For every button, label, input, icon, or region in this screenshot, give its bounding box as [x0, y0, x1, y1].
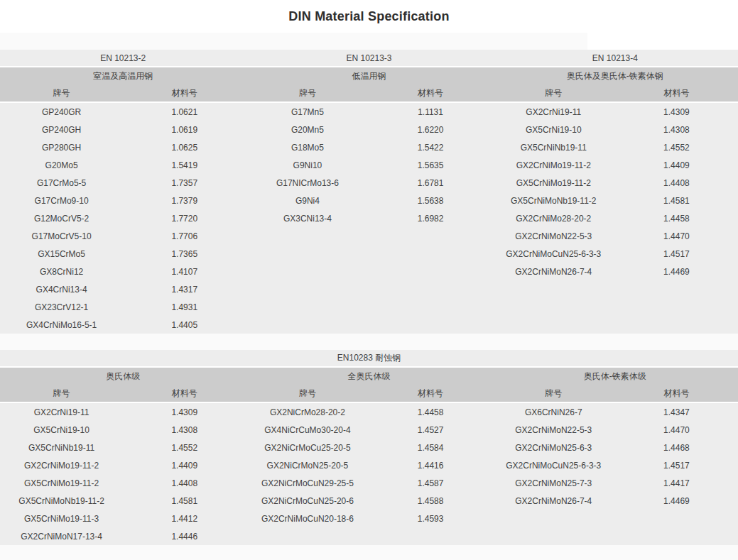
material-number-cell: 1.4458 — [369, 403, 492, 421]
grade-cell: GX2CrNiMoN22-5-3 — [492, 421, 615, 439]
table-row: GX5CrNiNb19-111.4552 — [492, 138, 738, 156]
grade-column-header: 牌号 — [492, 385, 615, 402]
grade-cell: GX2CrNiMoN26-7-4 — [492, 492, 615, 510]
material-number-column-header: 材料号 — [123, 385, 246, 402]
material-number-cell: 1.4517 — [615, 245, 738, 263]
category-header: 奥氏体级 — [0, 368, 246, 385]
material-number-column-header: 材料号 — [615, 85, 738, 101]
material-number-cell: 1.4931 — [123, 298, 246, 316]
table-row: GX2NiCrMoN25-20-51.4416 — [246, 456, 492, 474]
material-number-cell: 1.4581 — [123, 492, 246, 510]
title-bar: DIN Material Specification — [0, 0, 738, 33]
material-number-cell: 1.0619 — [123, 121, 246, 138]
material-number-cell: 1.6781 — [369, 174, 492, 192]
group-rows-austenitic-ferritic: GX6CrNiN26-71.4347GX2CrNiMoN22-5-31.4470… — [492, 403, 738, 545]
standards-header-row: EN 10213-2 EN 10213-3 EN 10213-4 — [0, 50, 738, 67]
page-title: DIN Material Specification — [288, 9, 449, 24]
material-number-cell: 1.7365 — [123, 245, 246, 263]
material-number-cell: 1.1131 — [369, 103, 492, 121]
material-number-cell: 1.4593 — [369, 510, 492, 527]
grade-cell: GX2CrNiMo28-20-2 — [492, 209, 615, 227]
material-number-column-header: 材料号 — [369, 385, 492, 402]
table-row: GX5CrNi19-101.4308 — [492, 121, 738, 138]
material-number-cell: 1.4308 — [615, 121, 738, 138]
material-number-cell: 1.4552 — [123, 439, 246, 456]
grade-cell: GX2NiCrMo28-20-2 — [246, 403, 369, 421]
grade-cell: GX2CrNi19-11 — [0, 403, 123, 421]
table-row: GX2CrNiMoN26-7-41.4469 — [492, 492, 738, 510]
table-row: GX4CrNiMo16-5-11.4405 — [0, 316, 246, 334]
table-row: GX2NiCrMoCu25-20-51.4584 — [246, 439, 492, 456]
category-header: 室温及高温用钢 — [0, 67, 246, 85]
category-header-row: 室温及高温用钢 低温用钢 奥氏体及奥氏体-铁素体钢 — [0, 67, 738, 85]
table-row: GP280GH1.0625 — [0, 138, 246, 156]
material-number-cell: 1.4317 — [123, 280, 246, 298]
table-row: G17NICrMo13-61.6781 — [246, 174, 492, 192]
material-number-cell: 1.4412 — [123, 510, 246, 527]
grade-cell: GX2CrNiMoCuN25-6-3-3 — [492, 245, 615, 263]
material-number-cell: 1.6982 — [369, 209, 492, 227]
grade-cell: GX5CrNiNb19-11 — [492, 138, 615, 156]
table-row: GX5CrNiMoNb19-11-21.4581 — [0, 492, 246, 510]
material-number-column-header: 材料号 — [123, 85, 246, 101]
material-number-cell: 1.6220 — [369, 121, 492, 138]
material-number-cell: 1.4409 — [123, 456, 246, 474]
grade-cell: G18Mo5 — [246, 138, 369, 156]
category-header: 全奥氏体级 — [246, 368, 492, 385]
material-number-cell: 1.4408 — [123, 474, 246, 492]
table-row: GX2CrNiMoN17-13-41.4446 — [0, 527, 246, 545]
grade-cell: G9Ni10 — [246, 156, 369, 174]
table-row: G17MoCrV5-101.7706 — [0, 227, 246, 245]
grade-cell: GX2NiCrMoN25-20-5 — [246, 456, 369, 474]
grade-column-header: 牌号 — [246, 385, 369, 402]
standard-header: EN 10213-4 — [492, 50, 738, 66]
grade-cell: GX5CrNiNb19-11 — [0, 439, 123, 456]
table-row: G20Mo51.5419 — [0, 156, 246, 174]
table-row: GX2CrNiMo19-11-21.4409 — [492, 156, 738, 174]
table-en10283: EN10283 耐蚀钢 奥氏体级 全奥氏体级 奥氏体-铁素体级 牌号 材料号 牌… — [0, 350, 738, 545]
grade-cell: GP240GH — [0, 121, 123, 138]
material-number-cell: 1.4469 — [615, 492, 738, 510]
grade-cell: GX4CrNiMo16-5-1 — [0, 316, 123, 334]
grade-cell: GX2CrNiMo19-11-2 — [492, 156, 615, 174]
grade-cell: GX23CrV12-1 — [0, 298, 123, 316]
material-number-cell: 1.4527 — [369, 421, 492, 439]
table-row: GX2CrNi19-111.4309 — [492, 103, 738, 121]
grade-column-header: 牌号 — [492, 85, 615, 101]
table-body: GP240GR1.0621GP240GH1.0619GP280GH1.0625G… — [0, 103, 738, 334]
table-row: GX2CrNiMoCuN20-18-61.4593 — [246, 510, 492, 527]
material-number-cell: 1.4468 — [615, 439, 738, 456]
table-row: G12MoCrV5-21.7720 — [0, 209, 246, 227]
table-row: G18Mo51.5422 — [246, 138, 492, 156]
material-number-cell: 1.4587 — [369, 474, 492, 492]
table-row: GX2CrNiMoN25-7-31.4417 — [492, 474, 738, 492]
table-row: G20Mn51.6220 — [246, 121, 492, 138]
table-en10213: EN 10213-2 EN 10213-3 EN 10213-4 室温及高温用钢… — [0, 50, 738, 334]
table-row: G17Mn51.1131 — [246, 103, 492, 121]
group-rows-full-austenitic: GX2NiCrMo28-20-21.4458GX4NiCrCuMo30-20-4… — [246, 403, 492, 545]
grade-cell: GX15CrMo5 — [0, 245, 123, 263]
material-number-cell: 1.7379 — [123, 192, 246, 209]
grade-cell: G9Ni4 — [246, 192, 369, 209]
material-number-cell: 1.7706 — [123, 227, 246, 245]
grade-column-header: 牌号 — [0, 85, 123, 101]
material-number-cell: 1.4581 — [615, 192, 738, 209]
table-row: GX2CrNiMoN22-5-31.4470 — [492, 421, 738, 439]
column-header-row: 牌号 材料号 牌号 材料号 牌号 材料号 — [0, 385, 738, 403]
table-row: GX2CrNiMoN26-7-41.4469 — [492, 263, 738, 280]
grade-cell: GX5CrNiMo19-11-3 — [0, 510, 123, 527]
grade-cell: GX5CrNiMo19-11-2 — [492, 174, 615, 192]
grade-cell: GX2CrNiMoN22-5-3 — [492, 227, 615, 245]
table-row: GX4NiCrCuMo30-20-41.4527 — [246, 421, 492, 439]
grade-cell: GX2NiCrMoCu25-20-5 — [246, 439, 369, 456]
grade-column-header: 牌号 — [0, 385, 123, 402]
top-gap — [0, 33, 738, 50]
category-header: 奥氏体-铁素体级 — [492, 368, 738, 385]
table-row: GX2NiCrMoCuN29-25-51.4587 — [246, 474, 492, 492]
material-number-cell: 1.4309 — [123, 403, 246, 421]
grade-cell: GX2NiCrMoCuN25-20-6 — [246, 492, 369, 510]
grade-cell: GP280GH — [0, 138, 123, 156]
material-number-cell: 1.4107 — [123, 263, 246, 280]
table-row: GX5CrNiMo19-11-31.4412 — [0, 510, 246, 527]
section-gap — [0, 334, 738, 350]
